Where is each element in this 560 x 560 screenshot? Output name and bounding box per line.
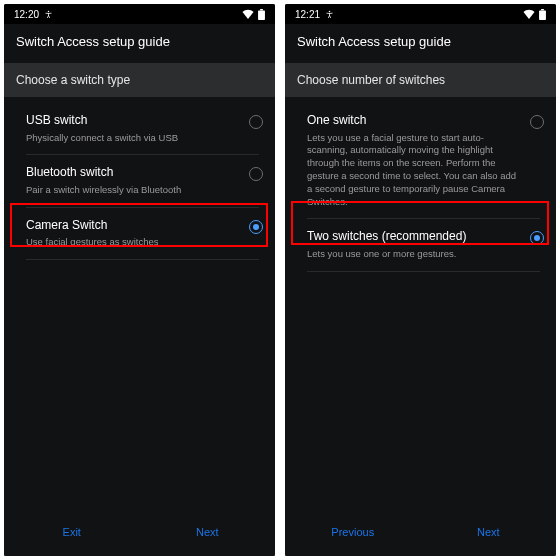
option-usb-switch[interactable]: USB switch Physically connect a switch v… [4, 103, 275, 154]
next-button[interactable]: Next [140, 514, 276, 552]
option-desc: Physically connect a switch via USB [26, 132, 239, 145]
option-title: Camera Switch [26, 218, 239, 234]
divider [26, 259, 259, 260]
exit-button[interactable]: Exit [4, 514, 140, 552]
option-desc: Pair a switch wirelessly via Bluetooth [26, 184, 239, 197]
svg-point-0 [48, 10, 50, 12]
option-title: Bluetooth switch [26, 165, 239, 181]
svg-rect-5 [541, 9, 544, 10]
option-desc: Use facial gestures as switches [26, 236, 239, 249]
radio-icon[interactable] [249, 167, 263, 181]
status-bar: 12:21 [285, 4, 556, 24]
next-button[interactable]: Next [421, 514, 557, 552]
option-camera-switch[interactable]: Camera Switch Use facial gestures as swi… [4, 208, 275, 259]
radio-icon[interactable] [530, 231, 544, 245]
bottom-bar: Previous Next [285, 514, 556, 556]
option-bluetooth-switch[interactable]: Bluetooth switch Pair a switch wirelessl… [4, 155, 275, 206]
phone-right: 12:21 Switch Access setup guide Choose n… [285, 4, 556, 556]
accessibility-icon [44, 10, 53, 19]
comparison-container: 12:20 Switch Access setup guide Choose a… [0, 0, 560, 560]
phone-inner: Switch Access setup guide Choose a switc… [4, 24, 275, 556]
page-title: Switch Access setup guide [4, 24, 275, 63]
option-title: Two switches (recommended) [307, 229, 520, 245]
option-two-switches[interactable]: Two switches (recommended) Lets you use … [285, 219, 556, 270]
status-bar: 12:20 [4, 4, 275, 24]
radio-icon[interactable] [249, 115, 263, 129]
svg-point-3 [329, 10, 331, 12]
radio-icon[interactable] [530, 115, 544, 129]
bottom-bar: Exit Next [4, 514, 275, 556]
wifi-icon [242, 9, 254, 19]
options-list: USB switch Physically connect a switch v… [4, 97, 275, 514]
section-header: Choose number of switches [285, 63, 556, 97]
option-desc: Lets you use one or more gestures. [307, 248, 520, 261]
option-title: One switch [307, 113, 520, 129]
wifi-icon [523, 9, 535, 19]
status-time: 12:20 [14, 9, 39, 20]
svg-rect-1 [258, 10, 265, 20]
phone-left: 12:20 Switch Access setup guide Choose a… [4, 4, 275, 556]
phone-inner: Switch Access setup guide Choose number … [285, 24, 556, 556]
battery-icon [258, 9, 265, 20]
option-title: USB switch [26, 113, 239, 129]
battery-icon [539, 9, 546, 20]
accessibility-icon [325, 10, 334, 19]
option-one-switch[interactable]: One switch Lets you use a facial gesture… [285, 103, 556, 218]
radio-icon[interactable] [249, 220, 263, 234]
section-header: Choose a switch type [4, 63, 275, 97]
page-title: Switch Access setup guide [285, 24, 556, 63]
svg-rect-4 [539, 10, 546, 20]
divider [307, 271, 540, 272]
option-desc: Lets you use a facial gesture to start a… [307, 132, 520, 209]
svg-rect-2 [260, 9, 263, 10]
status-time: 12:21 [295, 9, 320, 20]
previous-button[interactable]: Previous [285, 514, 421, 552]
options-list: One switch Lets you use a facial gesture… [285, 97, 556, 514]
